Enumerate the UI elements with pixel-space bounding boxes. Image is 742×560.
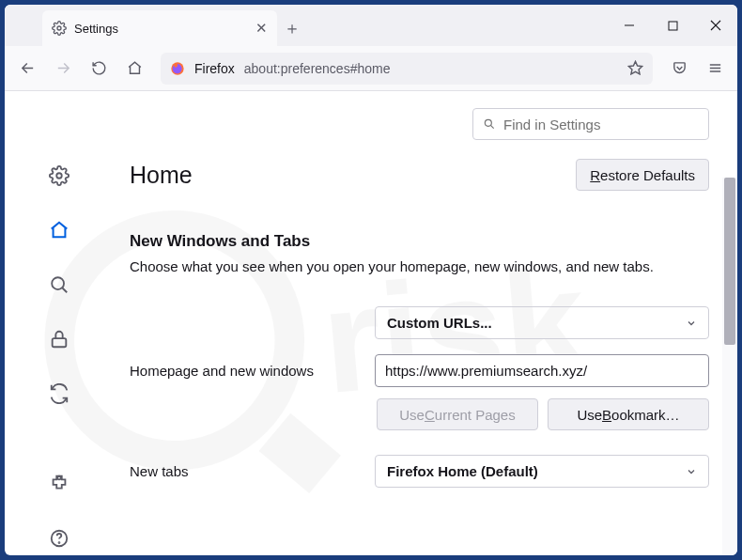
sidebar-general[interactable] bbox=[42, 159, 76, 193]
browser-tab[interactable]: Settings ✕ bbox=[42, 10, 277, 46]
settings-main: Find in Settings Home Restore Defaults N… bbox=[113, 91, 737, 555]
scrollbar-thumb[interactable] bbox=[724, 178, 735, 345]
gear-icon bbox=[52, 21, 67, 36]
svg-point-21 bbox=[58, 542, 59, 543]
svg-rect-2 bbox=[669, 22, 677, 30]
bookmark-star-icon[interactable] bbox=[627, 60, 643, 76]
window: Settings ✕ ＋ Firefox about:preferences#h… bbox=[5, 5, 737, 555]
section-title: New Windows and Tabs bbox=[130, 232, 709, 251]
forward-button[interactable] bbox=[48, 54, 78, 84]
svg-point-19 bbox=[57, 476, 61, 480]
svg-rect-18 bbox=[52, 338, 66, 347]
firefox-icon bbox=[170, 61, 185, 76]
svg-point-22 bbox=[485, 119, 491, 126]
search-icon bbox=[483, 117, 496, 131]
search-placeholder: Find in Settings bbox=[503, 117, 600, 132]
page-title: Home bbox=[130, 162, 193, 189]
sidebar-search[interactable] bbox=[42, 268, 76, 302]
tab-title: Settings bbox=[74, 22, 248, 36]
maximize-button[interactable] bbox=[651, 5, 694, 46]
use-bookmark-button[interactable]: Use Bookmark… bbox=[548, 398, 709, 430]
minimize-button[interactable] bbox=[608, 5, 651, 46]
svg-marker-8 bbox=[628, 61, 642, 73]
sidebar-sync[interactable] bbox=[42, 377, 76, 411]
section-description: Choose what you see when you open your h… bbox=[130, 258, 709, 274]
sidebar-help[interactable] bbox=[42, 521, 76, 555]
new-tab-button[interactable]: ＋ bbox=[277, 10, 307, 46]
scrollbar[interactable] bbox=[722, 178, 737, 555]
pocket-button[interactable] bbox=[664, 54, 694, 84]
url-address: about:preferences#home bbox=[244, 61, 618, 76]
sidebar-home[interactable] bbox=[42, 213, 76, 247]
close-tab-icon[interactable]: ✕ bbox=[255, 20, 268, 37]
chevron-down-icon bbox=[686, 466, 697, 477]
restore-defaults-button[interactable]: Restore Defaults bbox=[576, 159, 709, 191]
newtabs-dropdown[interactable]: Firefox Home (Default) bbox=[375, 455, 709, 488]
sidebar-extensions[interactable] bbox=[42, 467, 76, 501]
url-brand: Firefox bbox=[194, 61, 235, 76]
menu-button[interactable] bbox=[700, 54, 730, 84]
toolbar: Firefox about:preferences#home bbox=[5, 46, 737, 91]
sidebar-privacy[interactable] bbox=[42, 322, 76, 356]
svg-point-16 bbox=[52, 277, 64, 289]
svg-line-17 bbox=[62, 288, 67, 292]
titlebar: Settings ✕ ＋ bbox=[5, 5, 737, 46]
url-bar[interactable]: Firefox about:preferences#home bbox=[161, 53, 653, 85]
svg-point-0 bbox=[57, 26, 61, 30]
find-in-settings[interactable]: Find in Settings bbox=[472, 108, 709, 140]
newtabs-label: New tabs bbox=[130, 463, 189, 479]
use-current-pages-button[interactable]: Use Current Pages bbox=[377, 398, 538, 430]
home-button[interactable] bbox=[119, 54, 149, 84]
svg-line-23 bbox=[490, 125, 493, 128]
back-button[interactable] bbox=[12, 54, 42, 84]
close-window-button[interactable] bbox=[694, 5, 737, 46]
homepage-url-input[interactable] bbox=[375, 354, 709, 387]
reload-button[interactable] bbox=[84, 54, 114, 84]
homepage-label: Homepage and new windows bbox=[130, 363, 314, 379]
homepage-dropdown[interactable]: Custom URLs... bbox=[375, 306, 709, 339]
settings-sidebar bbox=[5, 91, 113, 555]
chevron-down-icon bbox=[686, 318, 697, 329]
svg-point-15 bbox=[56, 173, 62, 179]
